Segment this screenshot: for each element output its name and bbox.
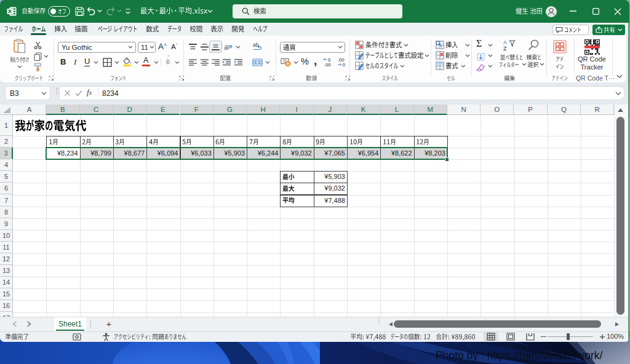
svg-text:A: A	[503, 39, 507, 46]
svg-text:0: 0	[343, 62, 346, 66]
svg-text:¥: ¥	[287, 61, 289, 66]
svg-text:.00: .00	[324, 62, 332, 66]
svg-text:Z: Z	[503, 46, 507, 52]
